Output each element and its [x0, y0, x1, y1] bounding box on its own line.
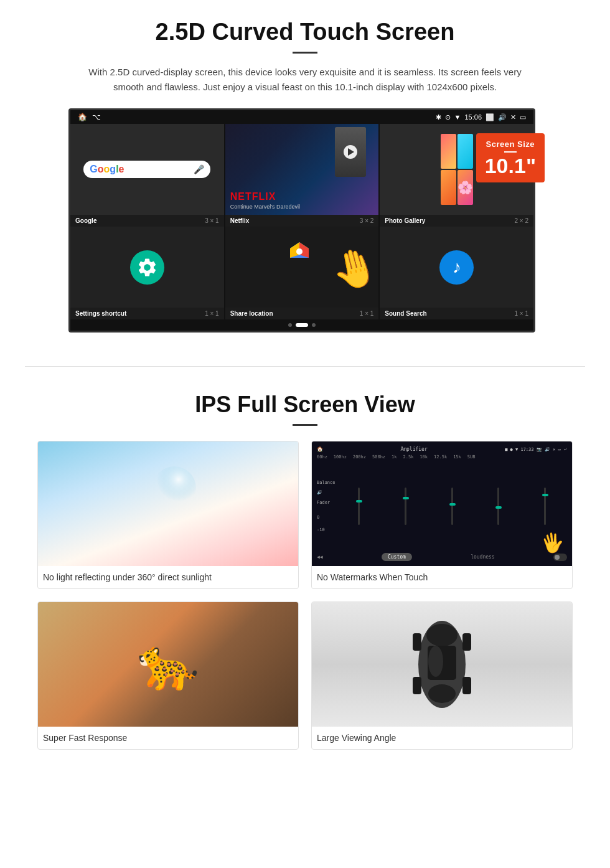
nav-dot-3[interactable] [312, 323, 316, 327]
play-button[interactable] [344, 145, 357, 159]
section1-title: 2.5D Curved Touch Screen [37, 19, 573, 45]
card-car: Large Viewing Angle [311, 601, 573, 750]
gallery-thumb-2 [458, 134, 473, 169]
card-cheetah: 🐆 Super Fast Response [37, 601, 299, 750]
amp-screen: 🏠 Amplifier ■ ● ▼ 17:33 📷 🔊 ✕ ▭ ⤶ 60hz10… [312, 441, 572, 566]
netflix-label-size: 3 × 2 [360, 217, 374, 224]
amp-hand-icon: 🖐️ [539, 530, 566, 555]
amp-custom-btn[interactable]: Custom [382, 553, 412, 561]
location-icon: ⊙ [445, 113, 451, 121]
nav-dot-2-active[interactable] [296, 323, 308, 327]
device-screen: 🏠 ⌥ ✱ ⊙ ▼ 15:06 ⬜ 🔊 ✕ ▭ [68, 108, 535, 333]
cheetah-image: 🐆 [38, 602, 298, 727]
sunlight-image [38, 441, 298, 566]
amp-toggle[interactable] [553, 554, 567, 561]
amplifier-caption: No Watermarks When Touch [312, 566, 572, 588]
share-location-cell[interactable]: 🤚 [225, 227, 379, 308]
volume-icon: 🔊 [498, 113, 507, 121]
settings-label-size: 1 × 1 [205, 310, 219, 317]
google-logo: Google [90, 164, 124, 175]
amp-footer: ◀◀ Custom loudness [317, 553, 567, 561]
sound-search-cell[interactable]: ♪ [380, 227, 533, 308]
netflix-label: Netflix 3 × 2 [225, 215, 379, 227]
card-amplifier: 🏠 Amplifier ■ ● ▼ 17:33 📷 🔊 ✕ ▭ ⤶ 60hz10… [311, 441, 573, 589]
netflix-subtitle: Continue Marvel's Daredevil [230, 204, 300, 210]
gallery-label-size: 2 × 2 [514, 217, 528, 224]
device-wrapper: Screen Size 10.1" 🏠 ⌥ ✱ ⊙ ▼ 15:06 ⬜ 🔊 ✕ [68, 108, 542, 333]
google-label: Google 3 × 1 [70, 215, 224, 227]
sound-icon-circle: ♪ [439, 250, 474, 285]
screen-size-badge: Screen Size 10.1" [476, 133, 545, 182]
google-app-cell[interactable]: Google 🎤 [70, 124, 224, 215]
usb-icon: ⌥ [92, 113, 101, 121]
amp-icons: ■ ● ▼ 17:33 📷 🔊 ✕ ▭ ⤶ [505, 447, 567, 452]
section2-title: IPS Full Screen View [37, 392, 573, 418]
share-label-size: 1 × 1 [360, 310, 374, 317]
share-label-name: Share location [230, 310, 273, 317]
label-row-top: Google 3 × 1 Netflix 3 × 2 Photo Gallery… [70, 215, 533, 227]
netflix-figure [335, 127, 366, 177]
svg-point-9 [428, 684, 456, 703]
amp-bar-1 [358, 481, 360, 531]
title-underline [293, 52, 317, 54]
car-top-view-svg [401, 605, 482, 724]
gallery-thumb-3 [441, 170, 456, 205]
bluetooth-icon: ✱ [436, 113, 441, 121]
app-grid-bottom: 🤚 ♪ [70, 227, 533, 308]
netflix-app-cell[interactable]: NETFLIX Continue Marvel's Daredevil [225, 124, 379, 215]
sound-label-name: Sound Search [385, 310, 426, 317]
gallery-thumb-4: 🌸 [458, 170, 473, 205]
play-triangle-icon [348, 148, 354, 156]
flower-icon: 🌸 [458, 180, 473, 195]
cheetah-icon: 🐆 [137, 635, 199, 694]
svg-point-4 [296, 248, 303, 255]
section-ips: IPS Full Screen View No light reflecting… [0, 385, 610, 762]
netflix-label-name: Netflix [230, 217, 250, 224]
google-label-name: Google [75, 217, 96, 224]
image-grid: No light reflecting under 360° direct su… [37, 441, 573, 750]
amp-home-icon: 🏠 [317, 446, 323, 452]
svg-point-7 [426, 624, 458, 646]
nav-dots [70, 319, 533, 331]
settings-label: Settings shortcut 1 × 1 [70, 308, 224, 319]
amp-header: 🏠 Amplifier ■ ● ▼ 17:33 📷 🔊 ✕ ▭ ⤶ [317, 446, 567, 452]
car-caption: Large Viewing Angle [312, 727, 572, 749]
amp-controls: Balance 🔊 Fader 0 -10 [317, 461, 567, 550]
amplifier-image: 🏠 Amplifier ■ ● ▼ 17:33 📷 🔊 ✕ ▭ ⤶ 60hz10… [312, 441, 572, 566]
section-divider [25, 366, 585, 367]
badge-title: Screen Size [485, 139, 536, 149]
status-right: ✱ ⊙ ▼ 15:06 ⬜ 🔊 ✕ ▭ [436, 113, 526, 121]
gallery-grid: 🌸 [436, 129, 478, 210]
amp-bar-3 [451, 481, 453, 531]
badge-underline [504, 151, 517, 153]
svg-rect-10 [413, 633, 421, 651]
google-search-bar[interactable]: Google 🎤 [83, 161, 210, 178]
camera-icon: ⬜ [486, 113, 494, 121]
amp-bar-4 [497, 481, 499, 531]
nav-dot-1[interactable] [288, 323, 292, 327]
close-icon[interactable]: ✕ [510, 113, 516, 121]
settings-icon-circle [130, 250, 164, 285]
hand-pointing-icon: 🤚 [328, 245, 378, 293]
sunlight-svg [131, 466, 205, 541]
gallery-thumb-1 [441, 134, 456, 169]
netflix-logo: NETFLIX [230, 191, 276, 202]
section-curved-touch: 2.5D Curved Touch Screen With 2.5D curve… [0, 0, 610, 347]
badge-size: 10.1" [485, 155, 536, 176]
status-left: 🏠 ⌥ [78, 113, 101, 121]
mic-icon[interactable]: 🎤 [194, 164, 204, 174]
settings-app-cell[interactable] [70, 227, 224, 308]
netflix-bg: NETFLIX Continue Marvel's Daredevil [225, 124, 379, 215]
amp-freq-labels: 60hz100hz200hz500hz1k2.5k10k12.5k15kSUB [317, 455, 567, 460]
app-grid-top: Google 🎤 NETFLIX Continue M [70, 124, 533, 215]
amp-title: Amplifier [400, 446, 427, 452]
svg-point-5 [152, 466, 196, 510]
sound-label-size: 1 × 1 [514, 310, 528, 317]
section1-description: With 2.5D curved-display screen, this de… [87, 65, 523, 95]
amp-side-labels: Balance 🔊 Fader 0 -10 [317, 480, 336, 532]
section2-underline [293, 424, 317, 426]
settings-label-name: Settings shortcut [75, 310, 126, 317]
card-sunlight: No light reflecting under 360° direct su… [37, 441, 299, 589]
home-icon[interactable]: 🏠 [78, 113, 87, 121]
svg-rect-13 [462, 677, 471, 694]
